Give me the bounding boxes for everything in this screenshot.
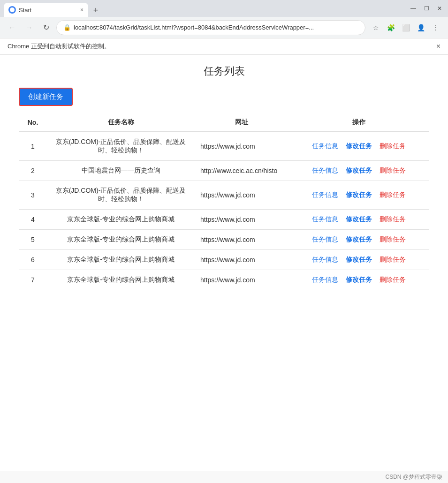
svg-point-0 bbox=[10, 8, 15, 12]
row-no: 7 bbox=[19, 270, 47, 290]
watermark: CSDN @梦程式零壹柒 bbox=[0, 471, 448, 483]
new-tab-button[interactable]: + bbox=[89, 4, 102, 17]
info-bar: Chrome 正受到自动测试软件的控制。 × bbox=[0, 38, 448, 55]
create-task-button[interactable]: 创建新任务 bbox=[19, 88, 73, 106]
row-actions: 任务信息 修改任务 删除任务 bbox=[289, 161, 429, 181]
title-bar: Start × + — ☐ ✕ bbox=[0, 0, 448, 17]
info-bar-text: Chrome 正受到自动测试软件的控制。 bbox=[8, 42, 110, 51]
browser-frame: Start × + — ☐ ✕ ← → ↻ 🔒 localhost:8074/t… bbox=[0, 0, 448, 483]
task-table: No. 任务名称 网址 操作 1京东(JD.COM)-正品低价、品质保障、配送及… bbox=[19, 113, 429, 290]
address-text: localhost:8074/taskGrid/taskList.html?ws… bbox=[74, 24, 358, 31]
row-no: 2 bbox=[19, 161, 47, 181]
row-url: https://www.jd.com bbox=[195, 270, 289, 290]
row-url: https://www.jd.com bbox=[195, 181, 289, 210]
edit-task-link[interactable]: 修改任务 bbox=[346, 235, 372, 243]
page-title: 任务列表 bbox=[19, 64, 429, 78]
table-row: 7京东全球版-专业的综合网上购物商城https://www.jd.com任务信息… bbox=[19, 270, 429, 290]
header-no: No. bbox=[19, 113, 47, 132]
row-task-name: 京东全球版-专业的综合网上购物商城 bbox=[47, 270, 195, 290]
row-no: 6 bbox=[19, 250, 47, 270]
delete-task-link[interactable]: 删除任务 bbox=[380, 256, 406, 263]
address-input[interactable]: 🔒 localhost:8074/taskGrid/taskList.html?… bbox=[56, 20, 365, 35]
info-bar-close-button[interactable]: × bbox=[436, 42, 440, 51]
task-info-link[interactable]: 任务信息 bbox=[312, 256, 338, 263]
row-task-name: 京东全球版-专业的综合网上购物商城 bbox=[47, 250, 195, 270]
forward-button[interactable]: → bbox=[23, 21, 36, 34]
task-info-link[interactable]: 任务信息 bbox=[312, 142, 338, 150]
row-task-name: 中国地震台网——历史查询 bbox=[47, 161, 195, 181]
delete-task-link[interactable]: 删除任务 bbox=[380, 191, 406, 198]
edit-task-link[interactable]: 修改任务 bbox=[346, 142, 372, 150]
row-actions: 任务信息 修改任务 删除任务 bbox=[289, 210, 429, 230]
puzzle-icon[interactable]: 🧩 bbox=[384, 21, 397, 34]
table-row: 5京东全球版-专业的综合网上购物商城https://www.jd.com任务信息… bbox=[19, 230, 429, 250]
table-row: 3京东(JD.COM)-正品低价、品质保障、配送及时、轻松购物！https://… bbox=[19, 181, 429, 210]
row-task-name: 京东全球版-专业的综合网上购物商城 bbox=[47, 210, 195, 230]
page-content: 任务列表 创建新任务 No. 任务名称 网址 操作 1京东(JD.COM)-正品… bbox=[0, 55, 448, 471]
task-info-link[interactable]: 任务信息 bbox=[312, 215, 338, 223]
delete-task-link[interactable]: 删除任务 bbox=[380, 276, 406, 283]
row-task-name: 京东(JD.COM)-正品低价、品质保障、配送及时、轻松购物！ bbox=[47, 132, 195, 161]
toolbar-icons: ☆ 🧩 ⬜ 👤 ⋮ bbox=[369, 21, 442, 34]
header-operation: 操作 bbox=[289, 113, 429, 132]
table-row: 4京东全球版-专业的综合网上购物商城https://www.jd.com任务信息… bbox=[19, 210, 429, 230]
edit-task-link[interactable]: 修改任务 bbox=[346, 256, 372, 263]
window-controls: — ☐ ✕ bbox=[409, 4, 444, 13]
row-actions: 任务信息 修改任务 删除任务 bbox=[289, 250, 429, 270]
row-url: https://www.jd.com bbox=[195, 132, 289, 161]
row-no: 5 bbox=[19, 230, 47, 250]
task-info-link[interactable]: 任务信息 bbox=[312, 191, 338, 198]
back-button[interactable]: ← bbox=[6, 21, 19, 34]
row-no: 3 bbox=[19, 181, 47, 210]
edit-task-link[interactable]: 修改任务 bbox=[346, 191, 372, 198]
row-url: https://www.jd.com bbox=[195, 250, 289, 270]
header-url: 网址 bbox=[195, 113, 289, 132]
delete-task-link[interactable]: 删除任务 bbox=[380, 142, 406, 150]
row-no: 4 bbox=[19, 210, 47, 230]
row-actions: 任务信息 修改任务 删除任务 bbox=[289, 270, 429, 290]
delete-task-link[interactable]: 删除任务 bbox=[380, 235, 406, 243]
maximize-button[interactable]: ☐ bbox=[422, 4, 431, 13]
lock-icon: 🔒 bbox=[63, 24, 71, 31]
menu-icon[interactable]: ⋮ bbox=[429, 21, 442, 34]
close-button[interactable]: ✕ bbox=[435, 4, 444, 13]
tab-close-button[interactable]: × bbox=[80, 7, 84, 13]
row-actions: 任务信息 修改任务 删除任务 bbox=[289, 181, 429, 210]
profile-icon[interactable]: 👤 bbox=[414, 21, 427, 34]
edit-task-link[interactable]: 修改任务 bbox=[346, 215, 372, 223]
table-header-row: No. 任务名称 网址 操作 bbox=[19, 113, 429, 132]
row-actions: 任务信息 修改任务 删除任务 bbox=[289, 230, 429, 250]
tab-favicon bbox=[8, 6, 16, 14]
row-actions: 任务信息 修改任务 删除任务 bbox=[289, 132, 429, 161]
minimize-button[interactable]: — bbox=[409, 4, 418, 13]
delete-task-link[interactable]: 删除任务 bbox=[380, 166, 406, 174]
table-row: 1京东(JD.COM)-正品低价、品质保障、配送及时、轻松购物！https://… bbox=[19, 132, 429, 161]
task-info-link[interactable]: 任务信息 bbox=[312, 235, 338, 243]
window-icon[interactable]: ⬜ bbox=[399, 21, 412, 34]
delete-task-link[interactable]: 删除任务 bbox=[380, 215, 406, 223]
row-url: http://www.ceic.ac.cn/histo bbox=[195, 161, 289, 181]
row-url: https://www.jd.com bbox=[195, 230, 289, 250]
reload-button[interactable]: ↻ bbox=[39, 21, 53, 34]
bookmark-icon[interactable]: ☆ bbox=[369, 21, 382, 34]
edit-task-link[interactable]: 修改任务 bbox=[346, 166, 372, 174]
table-row: 6京东全球版-专业的综合网上购物商城https://www.jd.com任务信息… bbox=[19, 250, 429, 270]
address-bar: ← → ↻ 🔒 localhost:8074/taskGrid/taskList… bbox=[0, 17, 448, 38]
row-url: https://www.jd.com bbox=[195, 210, 289, 230]
row-task-name: 京东(JD.COM)-正品低价、品质保障、配送及时、轻松购物！ bbox=[47, 181, 195, 210]
task-info-link[interactable]: 任务信息 bbox=[312, 166, 338, 174]
row-no: 1 bbox=[19, 132, 47, 161]
header-task-name: 任务名称 bbox=[47, 113, 195, 132]
edit-task-link[interactable]: 修改任务 bbox=[346, 276, 372, 283]
table-row: 2中国地震台网——历史查询http://www.ceic.ac.cn/histo… bbox=[19, 161, 429, 181]
task-info-link[interactable]: 任务信息 bbox=[312, 276, 338, 283]
tab-label: Start bbox=[19, 7, 31, 14]
active-tab[interactable]: Start × bbox=[4, 3, 88, 17]
tab-group: Start × + bbox=[4, 0, 102, 17]
row-task-name: 京东全球版-专业的综合网上购物商城 bbox=[47, 230, 195, 250]
